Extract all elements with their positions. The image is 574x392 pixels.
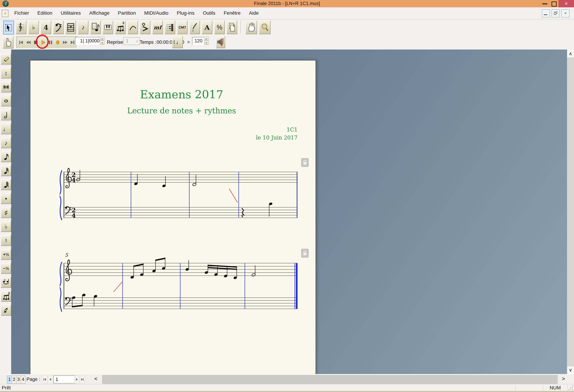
audio-output-button[interactable] [216,36,225,48]
sixty-fourth-note-button[interactable] [1,179,11,190]
reprise-select[interactable]: 1 ∨ [123,37,140,45]
rewind-button[interactable] [26,38,31,46]
menu-item-aide[interactable]: Aide [245,7,263,19]
menu-item-midi-audio[interactable]: MIDI/Audio [140,7,173,19]
page-layout-tool-button[interactable] [227,20,237,34]
window-close-button[interactable]: × [558,0,574,7]
window-maximize-button[interactable] [552,1,557,7]
mdi-close-button[interactable]: × [561,9,570,18]
mdi-minimize-button[interactable] [542,9,550,18]
hyperscribe-tool-button[interactable] [103,20,113,34]
menu-item-utilitaires[interactable]: Utilitaires [57,7,85,19]
expression-tool-button[interactable]: mf [152,20,163,34]
window-minimize-button[interactable] [542,3,547,4]
page-button-3[interactable]: 3 [16,376,21,384]
stop-button[interactable] [33,38,39,46]
articulation-tool-button[interactable] [140,20,150,34]
horizontal-scrollbar-thumb[interactable] [102,375,557,384]
tempo-note-value-button[interactable]: ▲ ▼ ♩ [172,36,183,48]
last-page-button[interactable] [80,376,85,383]
note-value-down-icon: ▼ [173,42,175,44]
tempo-spin-up-icon[interactable]: ▲ [204,37,208,40]
half-note-button[interactable] [1,110,11,120]
pause-button[interactable] [48,38,53,46]
repeat-tool-button[interactable] [165,20,175,34]
playback-settings-button[interactable] [3,36,13,49]
record-button[interactable] [55,38,61,46]
repitch-tool-button[interactable]: ↕ [1,68,11,78]
half-step-up-button[interactable]: +½ [1,249,11,260]
clef-tool-button[interactable] [53,20,63,34]
scroll-right-icon[interactable]: > [562,376,565,382]
menu-item-fen-tre[interactable]: Fenêtre [220,7,245,19]
go-to-end-button[interactable] [70,38,75,46]
scroll-down-icon[interactable]: ∨ [567,366,574,374]
svg-text:4: 4 [72,212,76,219]
page-button-4[interactable]: 4 [20,376,25,384]
page-number-input[interactable] [53,375,76,383]
grace-note-button[interactable] [1,305,11,316]
menu-item-plug-ins[interactable]: Plug-ins [173,7,199,19]
hand-grabber-tool-button[interactable] [246,20,257,34]
counter-spin-up-icon[interactable]: ▲ [100,37,104,40]
scroll-up-icon[interactable]: ∧ [567,50,574,57]
selection-tool-button[interactable] [3,20,14,35]
special-tools-button[interactable] [189,20,200,34]
counter-spin-down-icon[interactable]: ▼ [100,41,104,45]
lyrics-tool-button[interactable]: A [202,20,212,34]
double-whole-note-button[interactable] [1,82,11,93]
half-step-down-button[interactable]: −½ [1,263,11,274]
tempo-spin-down-icon[interactable]: ▼ [204,41,208,45]
time-signature-tool-button[interactable]: 4 [41,20,51,34]
chord-tool-button[interactable]: CM7 [177,20,187,34]
smart-shape-tool-button[interactable] [127,20,138,34]
measure-barlines [131,172,297,218]
fast-forward-button[interactable] [62,38,68,46]
reprise-value: 1 [126,38,128,43]
mirror-tool-button[interactable]: % [214,20,225,34]
first-page-button[interactable] [42,376,47,383]
staff-tool-button[interactable] [16,20,26,34]
key-signature-tool-button[interactable]: ♭ [28,20,39,34]
simple-entry-tool-button[interactable]: ♪ [78,20,88,34]
tuplet-tool-button[interactable]: 3 [115,20,125,34]
page-button-2[interactable]: 2 [12,376,16,384]
menu-item-edition[interactable]: Edition [33,7,57,19]
menu-item-outils[interactable]: Outils [199,7,220,19]
go-to-beginning-button[interactable] [18,38,24,46]
score-view[interactable]: Examens 2017 Lecture de notes + rythmes … [11,50,567,374]
previous-page-button[interactable] [47,376,53,383]
tuplet-button[interactable]: 3 [1,291,11,302]
eighth-note-button[interactable]: ♪ [1,137,11,148]
natural-button[interactable]: ♮ [1,235,11,246]
whole-note-button[interactable] [1,95,11,106]
vertical-scrollbar[interactable]: ∧ ∨ [567,50,574,374]
sixteenth-note-button[interactable] [1,151,11,162]
augmentation-dot-button[interactable]: • [1,193,11,204]
horizontal-scrollbar[interactable] [102,375,558,383]
scroll-left-icon[interactable]: < [94,376,98,382]
playback-position-counter[interactable]: 1| 1|0000 [75,37,102,45]
zoom-tool-button[interactable] [259,20,270,34]
menu-item-affichage[interactable]: Affichage [85,7,114,19]
mdi-restore-button[interactable] [552,9,560,18]
tie-button[interactable] [1,277,11,288]
resize-grip[interactable] [568,385,574,391]
sharp-button[interactable]: ♯ [1,207,11,218]
quarter-note-button[interactable]: ♩ [1,123,11,134]
document-icon: ♪ [2,10,8,17]
page-button-1[interactable]: 1 [7,376,12,384]
menu-item-partition[interactable]: Partition [114,7,140,19]
thirty-second-note-button[interactable] [1,165,11,176]
staff-system-1[interactable]: 2 4 2 4 [60,157,301,225]
tempo-input[interactable]: 120 [192,37,206,45]
menu-item-fichier[interactable]: Fichier [10,7,33,19]
flat-button[interactable]: ♭ [1,221,11,232]
eraser-tool-button[interactable] [1,54,11,65]
speedy-entry-tool-button[interactable] [90,20,101,34]
sharp-icon: ♯ [4,209,7,216]
measure-tool-button[interactable] [65,20,76,34]
staff-system-2[interactable]: 5 [60,251,301,320]
next-page-button[interactable] [74,376,80,383]
play-button[interactable] [40,38,46,46]
